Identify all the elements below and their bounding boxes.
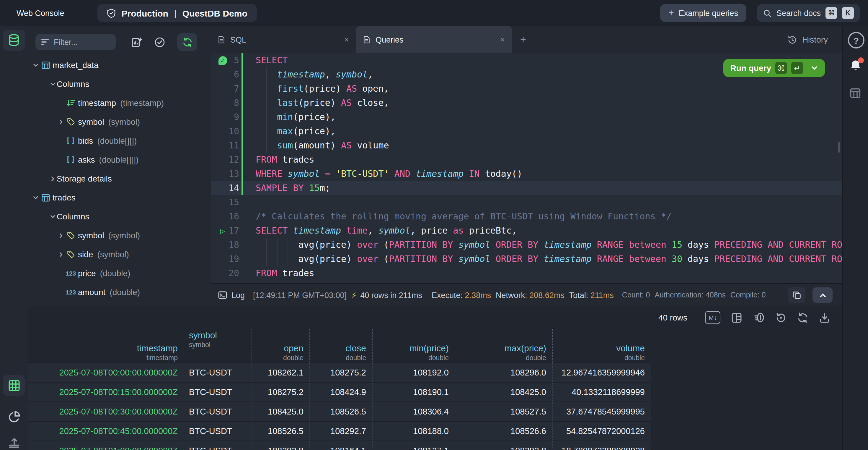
- sql-editor[interactable]: 5✓SELECT6 timestamp, symbol,7 first(pric…: [211, 53, 842, 283]
- chevron-down-icon[interactable]: [31, 62, 39, 68]
- cell[interactable]: BTC-USDT: [184, 363, 252, 382]
- cell[interactable]: 108275.2: [252, 383, 310, 401]
- tree-item-symbol[interactable]: symbol(symbol): [28, 112, 211, 131]
- column-header-symbol[interactable]: symbolsymbol: [184, 329, 252, 363]
- cell[interactable]: 12.967416359999946: [553, 363, 651, 382]
- example-queries-button[interactable]: + Example queries: [660, 4, 746, 22]
- tree-item-side[interactable]: side(symbol): [28, 245, 211, 264]
- column-header-close[interactable]: closedouble: [310, 329, 373, 363]
- layout-columns-button[interactable]: [731, 312, 742, 323]
- code-line[interactable]: first(price) AS open,: [256, 82, 389, 96]
- chevron-down-icon[interactable]: [49, 213, 57, 220]
- chevron-right-icon[interactable]: [49, 175, 57, 182]
- chevron-right-icon[interactable]: [57, 251, 65, 257]
- collapse-log-button[interactable]: [812, 287, 833, 303]
- tree-item-trades[interactable]: trades: [28, 188, 211, 207]
- run-options-chevron-icon[interactable]: [811, 64, 818, 72]
- close-icon[interactable]: ×: [344, 35, 349, 44]
- cell[interactable]: 2025-07-08T00:30:00.000000Z: [28, 402, 184, 421]
- cell[interactable]: 108190.1: [373, 383, 455, 401]
- cell[interactable]: BTC-USDT: [184, 441, 252, 450]
- close-icon[interactable]: ×: [500, 35, 505, 44]
- instance-badge[interactable]: Production | QuestDB Demo: [97, 4, 257, 22]
- cell[interactable]: 108262.1: [252, 363, 310, 382]
- chevron-right-icon[interactable]: [57, 118, 65, 125]
- tab-sql[interactable]: SQL×: [211, 26, 356, 53]
- datagrid-nav-button[interactable]: [3, 375, 25, 396]
- code-line[interactable]: min(price),: [256, 110, 336, 124]
- tree-item-symbol[interactable]: symbol(symbol): [28, 226, 211, 245]
- copy-log-button[interactable]: [788, 287, 805, 303]
- notifications-button[interactable]: [849, 59, 862, 73]
- tree-item-Columns[interactable]: Columns: [28, 207, 211, 226]
- code-line[interactable]: avg(price) over (PARTITION BY symbol ORD…: [256, 238, 842, 252]
- cell[interactable]: 108424.9: [310, 383, 373, 401]
- run-query-button[interactable]: Run query ⌘ ↵: [723, 59, 825, 77]
- cell[interactable]: 37.67478545999995: [553, 402, 651, 421]
- query-history-button[interactable]: [775, 312, 786, 323]
- cell[interactable]: 108292.8: [455, 441, 553, 450]
- chevron-down-icon[interactable]: [49, 81, 57, 87]
- cell[interactable]: 108527.5: [455, 402, 553, 421]
- cell[interactable]: 108306.4: [373, 402, 455, 421]
- query-success-marker-icon[interactable]: ✓: [218, 53, 227, 67]
- cell[interactable]: 108526.5: [252, 422, 310, 441]
- check-circle-icon[interactable]: [154, 36, 165, 48]
- cell[interactable]: 108275.2: [310, 363, 373, 382]
- code-line[interactable]: /* Calculates the rolling moving average…: [256, 209, 672, 224]
- cell[interactable]: 108164.1: [310, 441, 373, 450]
- log-toggle[interactable]: Log: [218, 290, 245, 300]
- refresh-schema-button[interactable]: [177, 33, 197, 51]
- cell[interactable]: 2025-07-08T00:15:00.000000Z: [28, 383, 184, 401]
- cell[interactable]: 108425.0: [455, 383, 553, 401]
- search-docs-button[interactable]: Search docs ⌘ K: [757, 4, 860, 22]
- cell[interactable]: 2025-07-08T01:00:00.000000Z: [28, 441, 184, 450]
- code-line[interactable]: FROM trades: [256, 266, 314, 280]
- tab-queries[interactable]: Queries×: [356, 26, 512, 53]
- cell[interactable]: 108425.0: [252, 402, 310, 421]
- help-button[interactable]: ?: [848, 32, 864, 49]
- tree-item-timestamp[interactable]: timestamp(timestamp): [28, 302, 211, 306]
- code-line[interactable]: last(price) AS close,: [256, 96, 389, 110]
- cell[interactable]: BTC-USDT: [184, 383, 252, 401]
- tree-item-asks[interactable]: []asks(double[][]): [28, 150, 211, 169]
- code-line[interactable]: SELECT timestamp time, symbol, price as …: [256, 224, 517, 238]
- new-tab-button[interactable]: +: [520, 34, 526, 46]
- tree-item-Storage details[interactable]: Storage details: [28, 169, 211, 188]
- tables-nav-button[interactable]: [3, 30, 25, 51]
- tree-item-price[interactable]: 123price(double): [28, 264, 211, 283]
- run-line-marker-icon[interactable]: ▷: [218, 224, 227, 238]
- code-line[interactable]: timestamp, symbol,: [256, 67, 373, 82]
- tree-item-Columns[interactable]: Columns: [28, 75, 211, 93]
- column-header-min(price)[interactable]: min(price)double: [373, 329, 455, 363]
- chart-nav-button[interactable]: [3, 408, 25, 426]
- cell[interactable]: BTC-USDT: [184, 422, 252, 441]
- cell[interactable]: 108127.1: [373, 441, 455, 450]
- code-line[interactable]: FROM trades: [256, 152, 314, 167]
- chevron-right-icon[interactable]: [57, 232, 65, 238]
- code-line[interactable]: SAMPLE BY 15m;: [256, 181, 330, 195]
- chart-magic-button[interactable]: [753, 312, 765, 324]
- cell[interactable]: 2025-07-08T00:45:00.000000Z: [28, 422, 184, 441]
- column-header-volume[interactable]: volumedouble: [553, 329, 651, 363]
- filter-input[interactable]: Filter...: [35, 34, 116, 50]
- refresh-results-button[interactable]: [797, 312, 808, 323]
- cell[interactable]: 40.1332118699999: [553, 383, 651, 401]
- cell[interactable]: 108292.8: [252, 441, 310, 450]
- column-header-timestamp[interactable]: timestamptimestamp: [28, 329, 184, 363]
- code-line[interactable]: avg(price) over (PARTITION BY symbol ORD…: [256, 252, 842, 266]
- tree-item-amount[interactable]: 123amount(double): [28, 283, 211, 302]
- add-matview-button[interactable]: [131, 36, 142, 48]
- code-line[interactable]: WHERE symbol = 'BTC-USDT' AND timestamp …: [256, 167, 522, 181]
- result-panel-button[interactable]: [850, 87, 861, 99]
- cell[interactable]: 108188.0: [373, 422, 455, 441]
- cell[interactable]: 2025-07-08T00:00:00.000000Z: [28, 363, 184, 382]
- chevron-down-icon[interactable]: [31, 194, 39, 201]
- tree-item-timestamp[interactable]: timestamp(timestamp): [28, 93, 211, 112]
- cell[interactable]: BTC-USDT: [184, 402, 252, 421]
- cell[interactable]: 108192.0: [373, 363, 455, 382]
- code-line[interactable]: SELECT: [256, 53, 287, 67]
- code-line[interactable]: max(price),: [256, 124, 336, 138]
- download-results-button[interactable]: [819, 312, 830, 323]
- cell[interactable]: 108296.0: [455, 363, 553, 382]
